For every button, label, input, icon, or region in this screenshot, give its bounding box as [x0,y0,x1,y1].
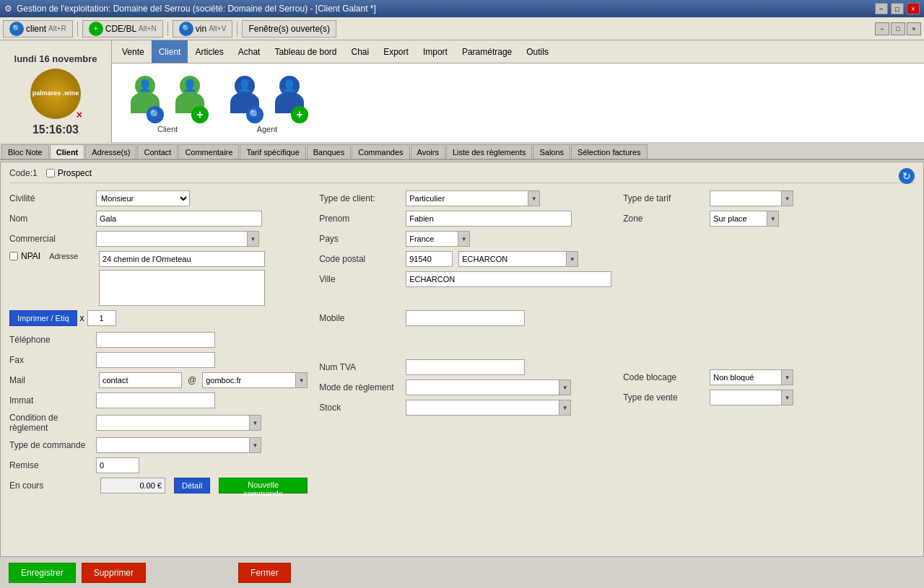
tab-selection-factures[interactable]: Sélection factures [571,144,647,159]
menu-tableau-bord[interactable]: Tableau de bord [267,40,344,63]
type-vente-dropdown[interactable]: ▼ [782,390,793,405]
minimize-button[interactable]: − [875,3,888,14]
condition-reglement-dropdown[interactable]: ▼ [250,415,261,431]
detail-button[interactable]: Détail [174,478,210,493]
encours-row: En cours Détail Nouvelle commande [9,478,308,493]
code-value: Code:1 [9,168,38,178]
window-min-button[interactable]: − [875,22,889,35]
mail-local-input[interactable] [99,372,182,388]
search-agent-icon[interactable]: 👤 🔍 [223,73,266,123]
maximize-button[interactable]: □ [891,3,904,14]
code-blocage-dropdown[interactable]: ▼ [782,369,793,385]
menubar: Vente Client Articles Achat Tableau de b… [112,40,924,63]
num-tva-input[interactable] [406,359,525,375]
tab-contact[interactable]: Contact [137,144,178,159]
logo-x: × [77,109,82,120]
tab-avoirs[interactable]: Avoirs [411,144,445,159]
menu-articles[interactable]: Articles [188,40,230,63]
print-times-input[interactable] [87,310,116,326]
mobile-input[interactable] [406,310,525,326]
type-tarif-dropdown[interactable]: ▼ [782,190,793,206]
mail-domain-input[interactable] [202,372,296,388]
print-button[interactable]: Imprimer / Etiq [9,310,77,326]
fermer-button[interactable]: Fermer [238,563,291,583]
menu-achat[interactable]: Achat [231,40,268,63]
type-commande-input[interactable] [96,437,250,453]
codepostal-input[interactable] [406,251,453,267]
mobile-label: Mobile [319,313,406,323]
menu-parametrage[interactable]: Paramétrage [455,40,519,63]
menu-chai[interactable]: Chai [344,40,377,63]
commune-input[interactable] [458,251,567,267]
type-commande-dropdown[interactable]: ▼ [250,437,261,453]
add-client-icon[interactable]: 👤 + [168,73,212,123]
enregistrer-button[interactable]: Enregistrer [9,563,76,583]
search-client-icon[interactable]: 👤 🔍 [123,73,167,123]
menu-outils[interactable]: Outils [519,40,556,63]
mode-reglement-input[interactable] [406,379,559,395]
codepostal-row: Code postal ▼ [319,251,611,267]
icons-area: 👤 🔍 👤 + Client 👤 🔍 [112,63,924,143]
prenom-input[interactable] [406,211,572,227]
supprimer-button[interactable]: Supprimer [82,563,146,583]
form-right-col: Type de tarif ▼ Zone ▼ Code bl [623,190,915,498]
nom-input[interactable] [96,211,262,227]
nouvelle-commande-button[interactable]: Nouvelle commande [219,478,308,493]
tab-banques[interactable]: Banques [307,144,351,159]
encours-input [100,478,165,493]
ville-input[interactable] [406,271,611,287]
commercial-dropdown[interactable]: ▼ [248,231,259,247]
tab-client[interactable]: Client [50,144,85,159]
stock-dropdown[interactable]: ▼ [559,400,571,416]
npai-checkbox[interactable] [9,252,18,260]
tab-adresses[interactable]: Adresse(s) [85,144,136,159]
zone-input[interactable] [710,211,767,227]
immat-input[interactable] [96,392,215,408]
mail-row: Mail @ ▼ [9,372,308,388]
adresse-textarea[interactable] [99,270,265,306]
type-client-dropdown[interactable]: ▼ [528,190,540,206]
type-tarif-input[interactable] [710,190,782,206]
refresh-icon[interactable]: ↻ [899,168,915,184]
stock-input[interactable] [406,400,559,416]
client-toolbar-button[interactable]: 🔍 client Alt+R [3,20,73,38]
menu-client[interactable]: Client [152,40,188,63]
fax-input[interactable] [96,352,215,368]
type-client-input[interactable] [406,190,528,206]
type-vente-input[interactable] [710,390,782,405]
window-close-button[interactable]: × [907,22,921,35]
window-max-button[interactable]: □ [891,22,905,35]
tab-liste-reglements[interactable]: Liste des règlements [446,144,533,159]
add-agent-icon[interactable]: 👤 + [268,73,311,123]
pays-input[interactable] [406,231,458,247]
condition-reglement-input[interactable] [96,415,250,431]
commune-dropdown[interactable]: ▼ [567,251,578,267]
mode-reglement-dropdown[interactable]: ▼ [559,379,571,395]
adresse-label: Adresse [49,252,78,260]
remise-input[interactable] [96,457,139,473]
cde-bl-toolbar-button[interactable]: + CDE/BL Alt+N [82,20,163,38]
prospect-label: Prospect [58,168,92,178]
menu-import[interactable]: Import [416,40,455,63]
pays-dropdown[interactable]: ▼ [458,231,470,247]
tab-commandes[interactable]: Commandes [352,144,409,159]
zone-dropdown[interactable]: ▼ [767,211,779,227]
code-blocage-input[interactable] [710,369,782,385]
tab-salons[interactable]: Salons [533,144,570,159]
civilite-select[interactable]: Monsieur Madame Mademoiselle [96,190,190,206]
close-button[interactable]: × [907,3,920,14]
prospect-checkbox[interactable] [46,169,55,177]
tab-commentaire[interactable]: Commentaire [178,144,239,159]
adresse-line1-input[interactable] [99,251,265,267]
mail-domain-dropdown[interactable]: ▼ [296,372,308,388]
tab-bloc-note[interactable]: Bloc Note [1,144,49,159]
npai-label: NPAI [21,251,40,261]
commercial-input[interactable] [96,231,248,247]
vin-toolbar-button[interactable]: 🔍 vin Alt+V [173,20,233,38]
menu-export[interactable]: Export [376,40,416,63]
telephone-input[interactable] [96,332,215,348]
tab-tarif-specifique[interactable]: Tarif spécifique [240,144,305,159]
fenetres-toolbar-button[interactable]: Fenêtre(s) ouverte(s) [242,20,336,38]
nom-row: Nom [9,211,308,227]
menu-vente[interactable]: Vente [115,40,152,63]
